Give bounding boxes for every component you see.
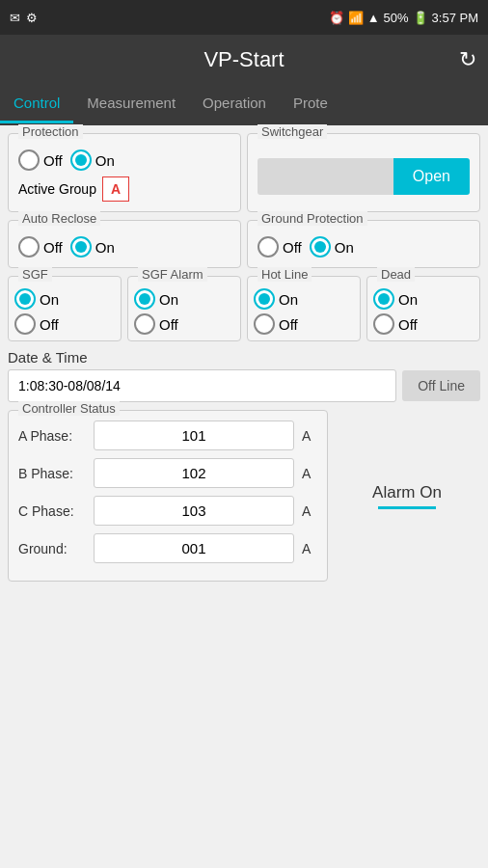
protection-label: Protection — [18, 124, 83, 139]
datetime-input[interactable] — [8, 369, 396, 402]
ground-unit: A — [302, 541, 317, 556]
switchgear-gray-area — [258, 158, 393, 195]
datetime-section: Date & Time Off Line — [8, 349, 480, 402]
hot-line-off-radio[interactable] — [254, 313, 275, 335]
b-phase-unit: A — [302, 466, 317, 481]
auto-reclose-radio-group: Off On — [18, 236, 230, 258]
refresh-button[interactable]: ↻ — [459, 47, 476, 72]
sgf-alarm-on-label: On — [159, 291, 178, 308]
dead-on-radio[interactable] — [373, 288, 394, 310]
ground-on-item[interactable]: On — [310, 236, 354, 258]
ground-off-item[interactable]: Off — [258, 236, 302, 258]
protection-radio-group: Off On — [18, 149, 230, 171]
sgf-on-radio[interactable] — [14, 288, 36, 310]
b-phase-input[interactable] — [94, 458, 294, 488]
reclose-off-label: Off — [43, 239, 63, 256]
sgf-on-label: On — [40, 291, 59, 308]
status-bar: ✉ ⚙ ⏰ 📶 ▲ 50% 🔋 3:57 PM — [0, 0, 488, 35]
protection-off-radio[interactable] — [18, 149, 40, 171]
sgf-radio-group: On Off — [14, 288, 59, 335]
ground-on-radio[interactable] — [310, 236, 331, 258]
alarm-on-label: Alarm On — [372, 483, 442, 502]
status-bar-left: ✉ ⚙ — [10, 11, 38, 25]
b-phase-row: B Phase: A — [18, 458, 317, 488]
wifi-icon: 📶 — [348, 11, 364, 25]
sgf-off-item[interactable]: Off — [14, 313, 59, 335]
ground-row: Ground: A — [18, 533, 317, 563]
bottom-row: Controller Status A Phase: A B Phase: A … — [8, 410, 480, 582]
sgf-off-radio[interactable] — [14, 313, 36, 335]
email-icon: ✉ — [10, 11, 20, 25]
ground-protection-section: Ground Protection Off On — [247, 220, 480, 268]
sgf-alarm-section: SGF Alarm On Off — [127, 276, 241, 341]
hot-line-label: Hot Line — [258, 267, 312, 282]
dead-radio-group: On Off — [373, 288, 418, 335]
alarm-underline — [378, 506, 436, 509]
sgf-label: SGF — [18, 267, 52, 282]
hot-line-off-item[interactable]: Off — [254, 313, 298, 335]
c-phase-input[interactable] — [94, 496, 294, 526]
auto-reclose-label: Auto Reclose — [18, 211, 100, 226]
protection-section: Protection Off On Active Group — [8, 133, 241, 212]
c-phase-label: C Phase: — [18, 503, 86, 519]
header: VP-Start ↻ — [0, 35, 488, 85]
signal-icon: ▲ — [367, 11, 380, 25]
sgf-alarm-on-item[interactable]: On — [134, 288, 178, 310]
reclose-off-radio[interactable] — [18, 236, 40, 258]
alarm-on-box: Alarm On — [334, 410, 480, 582]
row-sgf-hotline-dead: SGF On Off SGF Alarm On — [8, 276, 480, 341]
switchgear-label: Switchgear — [258, 124, 327, 139]
dead-on-item[interactable]: On — [373, 288, 418, 310]
c-phase-row: C Phase: A — [18, 496, 317, 526]
protection-off-label: Off — [43, 152, 63, 169]
controller-status-label: Controller Status — [18, 401, 120, 416]
ground-input[interactable] — [94, 533, 294, 563]
sgf-alarm-off-item[interactable]: Off — [134, 313, 178, 335]
a-phase-row: A Phase: A — [18, 420, 317, 450]
sgf-off-label: Off — [40, 316, 59, 333]
tab-protection[interactable]: Prote — [280, 85, 341, 123]
protection-on-item[interactable]: On — [70, 149, 115, 171]
ground-protection-label: Ground Protection — [258, 211, 367, 226]
b-phase-label: B Phase: — [18, 466, 86, 481]
a-phase-label: A Phase: — [18, 428, 86, 444]
tab-measurement[interactable]: Measurement — [73, 85, 189, 123]
hot-line-on-label: On — [279, 291, 298, 308]
sgf-section: SGF On Off — [8, 276, 122, 341]
usb-icon: ⚙ — [26, 11, 38, 25]
status-bar-right: ⏰ 📶 ▲ 50% 🔋 3:57 PM — [329, 11, 478, 25]
ground-off-radio[interactable] — [258, 236, 279, 258]
offline-button[interactable]: Off Line — [402, 370, 480, 401]
protection-off-item[interactable]: Off — [18, 149, 63, 171]
switchgear-section: Switchgear Open — [247, 133, 480, 212]
switchgear-open-button[interactable]: Open — [393, 158, 470, 195]
hot-line-on-radio[interactable] — [254, 288, 275, 310]
tab-operation[interactable]: Operation — [189, 85, 280, 123]
sgf-alarm-on-radio[interactable] — [134, 288, 155, 310]
dead-off-radio[interactable] — [373, 313, 394, 335]
sgf-alarm-off-radio[interactable] — [134, 313, 155, 335]
active-group-input[interactable] — [102, 176, 129, 202]
reclose-on-item[interactable]: On — [70, 236, 115, 258]
hot-line-radio-group: On Off — [254, 288, 298, 335]
hot-line-on-item[interactable]: On — [254, 288, 298, 310]
sgf-alarm-off-label: Off — [159, 316, 178, 333]
protection-on-radio[interactable] — [70, 149, 92, 171]
reclose-off-item[interactable]: Off — [18, 236, 63, 258]
ground-label: Ground: — [18, 541, 86, 556]
c-phase-unit: A — [302, 503, 317, 519]
datetime-row: Off Line — [8, 369, 480, 402]
dead-on-label: On — [398, 291, 418, 308]
tab-control[interactable]: Control — [0, 85, 73, 123]
row-protection-switchgear: Protection Off On Active Group Switchgea… — [8, 133, 480, 212]
auto-reclose-section: Auto Reclose Off On — [8, 220, 241, 268]
ground-off-label: Off — [283, 239, 302, 256]
sgf-on-item[interactable]: On — [14, 288, 59, 310]
tab-bar: Control Measurement Operation Prote — [0, 85, 488, 125]
hot-line-section: Hot Line On Off — [247, 276, 361, 341]
hot-line-off-label: Off — [279, 316, 298, 333]
ground-on-label: On — [335, 239, 354, 256]
a-phase-input[interactable] — [94, 420, 294, 450]
dead-off-item[interactable]: Off — [373, 313, 418, 335]
reclose-on-radio[interactable] — [70, 236, 92, 258]
